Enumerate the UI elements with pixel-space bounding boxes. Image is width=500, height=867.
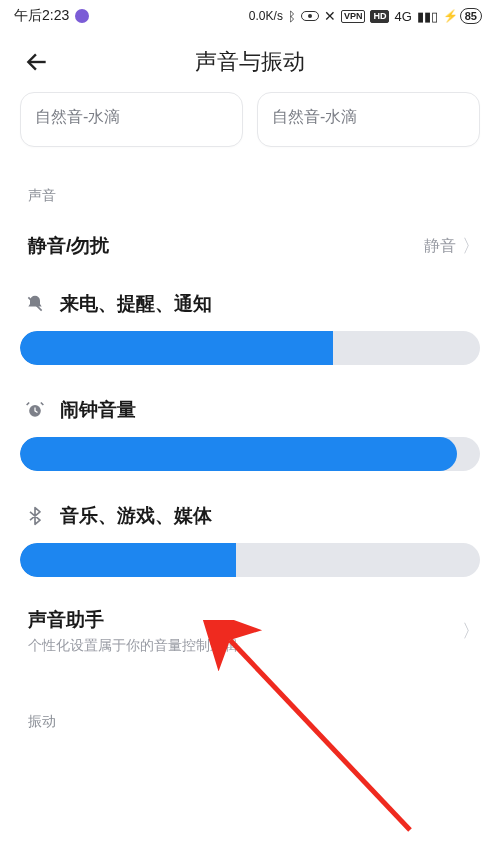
- bell-off-icon: [24, 293, 46, 315]
- chevron-right-icon: 〉: [462, 234, 480, 258]
- ringtone-card-right[interactable]: 自然音-水滴: [257, 92, 480, 147]
- slider-group-media: 音乐、游戏、媒体: [0, 489, 500, 585]
- row-silent-dnd[interactable]: 静音/勿扰 静音 〉: [0, 215, 500, 277]
- vpn-badge: VPN: [341, 10, 366, 23]
- section-label-vibration: 振动: [0, 665, 500, 741]
- section-label-sound: 声音: [0, 165, 500, 215]
- ringtone-cards-row: 自然音-水滴 自然音-水滴: [0, 92, 500, 165]
- signal-icon: ▮▮▯: [417, 9, 438, 24]
- slider-ring-fill: [20, 331, 333, 365]
- slider-group-alarm: 闹钟音量: [0, 383, 500, 479]
- bluetooth-media-icon: [24, 505, 46, 527]
- slider-ring[interactable]: [20, 331, 480, 365]
- bluetooth-icon: ᛒ: [288, 9, 296, 24]
- network-type: 4G: [394, 9, 411, 24]
- slider-alarm[interactable]: [20, 437, 480, 471]
- status-bar-left: 午后2:23: [14, 7, 89, 25]
- chevron-right-icon: 〉: [462, 619, 480, 643]
- alarm-clock-icon: [24, 399, 46, 421]
- eye-care-icon: [301, 11, 319, 21]
- row-silent-dnd-right: 静音 〉: [424, 234, 480, 258]
- slider-alarm-fill: [20, 437, 457, 471]
- status-bar: 午后2:23 0.0K/s ᛒ ✕ VPN HD 4G ▮▮▯ ⚡ 85: [0, 0, 500, 32]
- slider-media-label: 音乐、游戏、媒体: [60, 503, 212, 529]
- vibrate-mute-icon: ✕: [324, 8, 336, 24]
- slider-alarm-label: 闹钟音量: [60, 397, 136, 423]
- page-header: 声音与振动: [0, 32, 500, 92]
- back-button[interactable]: [22, 47, 52, 77]
- row-sound-assistant[interactable]: 声音助手 个性化设置属于你的音量控制逻辑 〉: [0, 585, 500, 665]
- hd-badge: HD: [370, 10, 389, 23]
- status-time: 午后2:23: [14, 7, 69, 25]
- ai-icon: [75, 9, 89, 23]
- page-title: 声音与振动: [195, 47, 305, 77]
- sound-assistant-subtitle: 个性化设置属于你的音量控制逻辑: [28, 637, 238, 655]
- status-bar-right: 0.0K/s ᛒ ✕ VPN HD 4G ▮▮▯ ⚡ 85: [249, 8, 482, 24]
- arrow-left-icon: [24, 49, 50, 75]
- slider-media-fill: [20, 543, 236, 577]
- row-silent-dnd-title: 静音/勿扰: [28, 233, 109, 259]
- ringtone-card-left[interactable]: 自然音-水滴: [20, 92, 243, 147]
- slider-group-ring: 来电、提醒、通知: [0, 277, 500, 373]
- ringtone-card-left-label: 自然音-水滴: [35, 107, 228, 128]
- sound-assistant-title: 声音助手: [28, 607, 238, 633]
- ringtone-card-right-label: 自然音-水滴: [272, 107, 465, 128]
- battery-text: 85: [465, 9, 477, 23]
- row-silent-dnd-value: 静音: [424, 236, 456, 257]
- status-net-speed: 0.0K/s: [249, 9, 283, 23]
- slider-ring-label: 来电、提醒、通知: [60, 291, 212, 317]
- battery-indicator: ⚡ 85: [443, 8, 482, 24]
- slider-media[interactable]: [20, 543, 480, 577]
